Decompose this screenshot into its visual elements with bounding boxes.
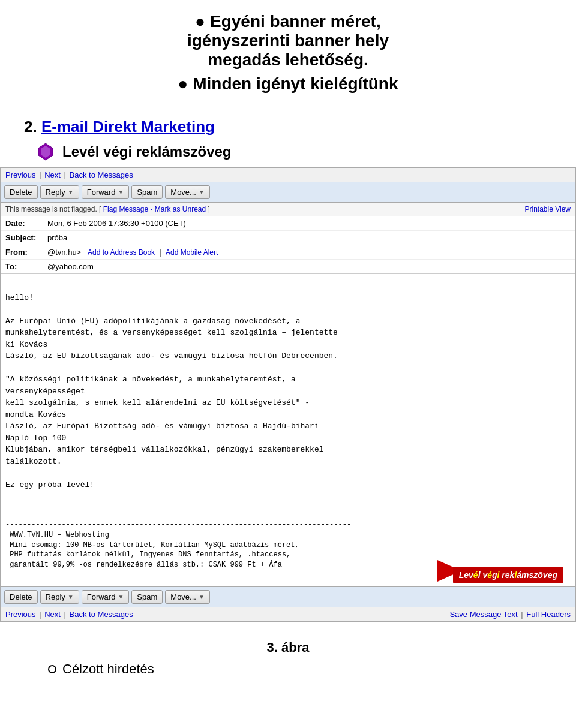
reply-button-bottom[interactable]: Reply ▼ [40,590,79,604]
move-arrow: ▼ [199,189,205,195]
add-mobile-alert-link[interactable]: Add Mobile Alert [166,248,218,257]
section-title: E-mail Direkt Marketing [41,118,215,136]
sig-separator: ----------------------------------------… [5,521,351,529]
reply-arrow-bottom: ▼ [68,594,74,600]
email-header: Date: Mon, 6 Feb 2006 17:36:30 +0100 (CE… [1,216,575,274]
section-number: 2. [24,118,37,136]
delete-button[interactable]: Delete [4,185,38,199]
email-paragraph2: "A közösségi politikának a növekedést, a… [5,375,324,466]
email-nav-bottom-left: Previous | Next | Back to Messages [5,610,133,619]
bullet-item-1: Egyéni banner méret, igényszerinti banne… [24,12,552,70]
forward-label: Forward [87,188,116,197]
move-button[interactable]: Move... ▼ [165,185,210,199]
section-heading: 2. E-mail Direkt Marketing [24,118,552,136]
highlight-3: i [497,570,500,580]
forward-arrow: ▼ [118,189,124,195]
toolbar-top: Delete Reply ▼ Forward ▼ Spam Move... ▼ [1,182,575,203]
forward-arrow-bottom: ▼ [118,594,124,600]
email-footer-area: ----------------------------------------… [1,520,575,586]
date-label: Date: [5,219,47,228]
top-content: Egyéni banner méret, igényszerinti banne… [0,0,576,106]
reply-button[interactable]: Reply ▼ [40,185,79,199]
nav-previous-bottom-link[interactable]: Previous [5,610,36,619]
flag-message: This message is not flagged. [5,205,97,213]
spam-button[interactable]: Spam [131,185,163,199]
reply-arrow: ▼ [68,189,74,195]
sig-line4: garantált 99,9% -os rendelkezésre állás … [5,561,282,569]
nav-previous-link[interactable]: Previous [5,170,36,179]
full-headers-link[interactable]: Full Headers [526,610,571,619]
from-row: From: @tvn.hu> Add to Address Book | Add… [1,245,575,260]
subject-value: próba [47,233,571,242]
move-arrow-bottom: ▼ [199,594,205,600]
forward-label-bottom: Forward [87,592,116,601]
to-row: To: @yahoo.com [1,260,575,273]
email-greeting: hello! [5,293,34,302]
flag-bar: This message is not flagged. [ Flag Mess… [1,203,575,216]
email-paragraph1: Az Európai Unió (EU) adópolitikájának a … [5,317,338,361]
from-value: @tvn.hu> Add to Address Book | Add Mobil… [47,248,571,257]
subject-row: Subject: próba [1,231,575,245]
sig-line1: WWW.TVN.HU – Webhosting [5,531,109,539]
bottom-bullet-text: Célzott hirdetés [62,661,154,677]
diamond-icon [36,142,55,161]
reklam-badge: Levél végi reklámszöveg [453,567,563,583]
flag-bar-left: This message is not flagged. [ Flag Mess… [5,205,210,213]
printable-view-link[interactable]: Printable View [525,205,571,213]
move-label-bottom: Move... [170,592,196,601]
add-address-book-link[interactable]: Add to Address Book [88,248,155,257]
nav-back-bottom-link[interactable]: Back to Messages [70,610,133,619]
highlight-1: é [473,570,478,580]
from-email: @tvn.hu> [47,248,81,257]
to-value: @yahoo.com [47,262,571,271]
section-subtitle: Levél végi reklámszöveg [62,143,231,160]
bottom-content: 3. ábra Célzott hirdetés [0,628,576,683]
email-nav-bottom: Previous | Next | Back to Messages Save … [1,607,575,621]
subject-label: Subject: [5,233,47,242]
date-value: Mon, 6 Feb 2006 17:36:30 +0100 (CET) [47,219,571,228]
email-paragraph3: Ez egy próba levél! [5,480,94,489]
reply-label-bottom: Reply [46,592,65,601]
spam-button-bottom[interactable]: Spam [131,590,163,604]
nav-next-bottom-link[interactable]: Next [44,610,61,619]
bullet-text-1b: igényszerinti banner hely [187,31,389,50]
nav-next-link[interactable]: Next [44,170,61,179]
bullet-text-1c: megadás lehetőség. [208,50,368,69]
date-row: Date: Mon, 6 Feb 2006 17:36:30 +0100 (CE… [1,216,575,231]
flag-link[interactable]: Flag Message - Mark as Unread [103,205,206,213]
email-icon-row: Levél végi reklámszöveg [36,142,552,161]
figure-number: 3. ábra [24,640,552,655]
bullet-list: Egyéni banner méret, igényszerinti banne… [24,12,552,94]
delete-button-bottom[interactable]: Delete [4,590,38,604]
sig-line3: PHP futtatás korlátok nélkül, Ingyenes D… [5,550,290,559]
bullet-item-2: Minden igényt kielégítünk [24,74,552,94]
toolbar-bottom: Delete Reply ▼ Forward ▼ Spam Move... ▼ [1,586,575,607]
forward-button[interactable]: Forward ▼ [82,185,130,199]
section-title-link[interactable]: E-mail Direkt Marketing [41,118,215,136]
bottom-bullet-item: Célzott hirdetés [48,661,552,677]
bullet-text-2: Minden igényt kielégítünk [193,74,398,93]
save-message-text-link[interactable]: Save Message Text [449,610,517,619]
highlight-2: é [487,570,492,580]
forward-button-bottom[interactable]: Forward ▼ [82,590,130,604]
email-nav-top: Previous | Next | Back to Messages [1,168,575,182]
nav-back-link[interactable]: Back to Messages [70,170,133,179]
email-body: hello! Az Európai Unió (EU) adópolitikáj… [1,274,575,520]
sig-line2: Mini csomag: 100 MB-os tárterület, Korlá… [5,541,299,549]
flag-bar-right: Printable View [525,205,571,213]
email-client: Previous | Next | Back to Messages Delet… [0,167,576,622]
move-button-bottom[interactable]: Move... ▼ [165,590,210,604]
circle-bullet-icon [48,665,56,673]
from-label: From: [5,248,47,257]
to-label: To: [5,262,47,271]
email-nav-bottom-right: Save Message Text | Full Headers [449,610,571,619]
reply-label: Reply [46,188,65,197]
highlight-4: l [514,570,517,580]
bullet-text-1: Egyéni banner méret, [210,12,381,31]
move-label: Move... [170,188,196,197]
